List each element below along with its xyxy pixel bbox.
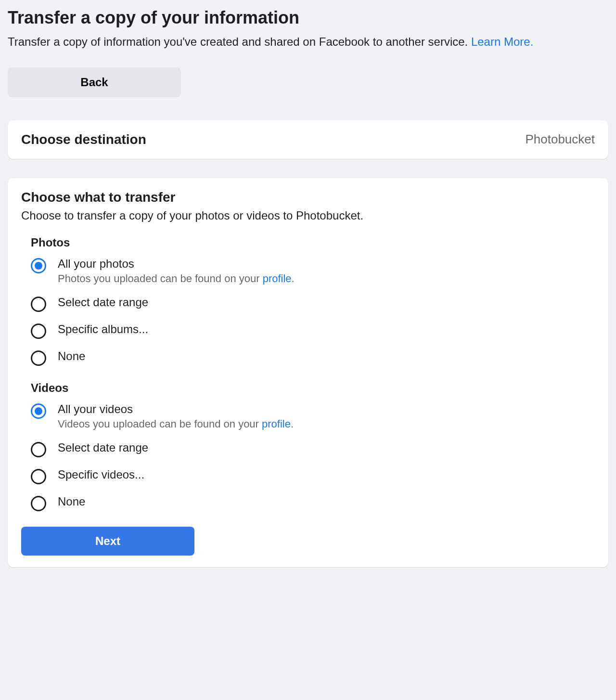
- photos-group-title: Photos: [31, 236, 595, 249]
- radio-label: None: [58, 350, 85, 363]
- destination-label: Choose destination: [21, 132, 146, 147]
- transfer-title: Choose what to transfer: [21, 190, 595, 205]
- next-button[interactable]: Next: [21, 527, 194, 556]
- radio-sub-suffix: .: [291, 418, 294, 430]
- radio-sub-prefix: Photos you uploaded can be found on your: [58, 272, 263, 285]
- profile-link[interactable]: profile: [263, 272, 292, 285]
- radio-label: None: [58, 495, 85, 508]
- radio-sub-suffix: .: [292, 272, 295, 285]
- radio-label-wrap: Select date range: [58, 296, 148, 309]
- photos-radio-group: All your photos Photos you uploaded can …: [31, 257, 595, 366]
- radio-label-wrap: None: [58, 350, 85, 363]
- learn-more-link[interactable]: Learn More.: [471, 35, 533, 48]
- radio-label-wrap: Specific videos...: [58, 468, 144, 481]
- radio-label-wrap: All your videos Videos you uploaded can …: [58, 402, 294, 430]
- back-button[interactable]: Back: [8, 67, 181, 97]
- radio-label: Specific albums...: [58, 323, 148, 336]
- profile-link[interactable]: profile: [262, 418, 291, 430]
- radio-label: Specific videos...: [58, 468, 144, 481]
- radio-label-wrap: All your photos Photos you uploaded can …: [58, 257, 295, 285]
- destination-value: Photobucket: [525, 132, 595, 147]
- radio-icon: [31, 403, 46, 419]
- photos-option-date-range[interactable]: Select date range: [31, 296, 595, 312]
- radio-icon: [31, 496, 46, 511]
- radio-icon: [31, 324, 46, 339]
- photos-option-all[interactable]: All your photos Photos you uploaded can …: [31, 257, 595, 285]
- radio-label: Select date range: [58, 296, 148, 309]
- radio-sublabel: Videos you uploaded can be found on your…: [58, 418, 294, 430]
- subtitle-text: Transfer a copy of information you've cr…: [8, 35, 471, 48]
- videos-radio-group: All your videos Videos you uploaded can …: [31, 402, 595, 511]
- radio-label: All your photos: [58, 257, 295, 271]
- transfer-card: Choose what to transfer Choose to transf…: [8, 178, 608, 567]
- page-title: Transfer a copy of your information: [8, 8, 608, 28]
- radio-label-wrap: Specific albums...: [58, 323, 148, 336]
- radio-sub-prefix: Videos you uploaded can be found on your: [58, 418, 262, 430]
- videos-group-title: Videos: [31, 381, 595, 395]
- photos-option-specific-albums[interactable]: Specific albums...: [31, 323, 595, 339]
- radio-icon: [31, 350, 46, 366]
- radio-label: All your videos: [58, 402, 294, 416]
- transfer-subtitle: Choose to transfer a copy of your photos…: [21, 209, 595, 222]
- radio-icon: [31, 297, 46, 312]
- radio-sublabel: Photos you uploaded can be found on your…: [58, 272, 295, 285]
- destination-card[interactable]: Choose destination Photobucket: [8, 120, 608, 159]
- radio-icon: [31, 442, 46, 457]
- radio-icon: [31, 469, 46, 484]
- radio-label: Select date range: [58, 441, 148, 454]
- radio-label-wrap: Select date range: [58, 441, 148, 454]
- photos-option-none[interactable]: None: [31, 350, 595, 366]
- page-subtitle: Transfer a copy of information you've cr…: [8, 34, 608, 50]
- videos-option-specific-videos[interactable]: Specific videos...: [31, 468, 595, 484]
- videos-option-date-range[interactable]: Select date range: [31, 441, 595, 457]
- radio-icon: [31, 258, 46, 273]
- videos-option-none[interactable]: None: [31, 495, 595, 511]
- radio-label-wrap: None: [58, 495, 85, 508]
- videos-option-all[interactable]: All your videos Videos you uploaded can …: [31, 402, 595, 430]
